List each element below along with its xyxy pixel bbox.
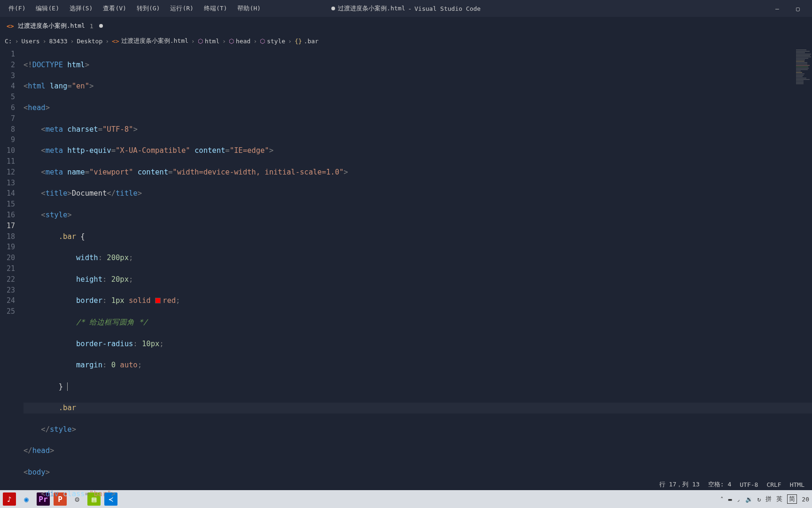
window-controls: — ▢ <box>772 5 808 12</box>
menu-selection[interactable]: 选择(S) <box>65 2 97 15</box>
maximize-button[interactable]: ▢ <box>792 5 804 12</box>
window-title: 过渡进度条小案例.html - Visual Studio Code <box>331 4 481 13</box>
menu-bar: 件(F) 编辑(E) 选择(S) 查看(V) 转到(G) 运行(R) 终端(T)… <box>0 0 812 17</box>
crumb-drive[interactable]: C: <box>5 38 12 45</box>
crumb-selector[interactable]: {} .bar <box>295 38 319 45</box>
html-file-icon: <> <box>112 38 119 45</box>
menu-terminal[interactable]: 终端(T) <box>199 2 232 15</box>
menu-edit[interactable]: 编辑(E) <box>31 2 63 15</box>
tab-number: 1 <box>90 23 94 30</box>
crumb-users[interactable]: Users <box>21 38 39 45</box>
menu-run[interactable]: 运行(R) <box>165 2 198 15</box>
crumb-desktop[interactable]: Desktop <box>77 38 102 45</box>
text-cursor-icon <box>67 382 68 391</box>
element-icon: ⬡ <box>229 38 234 45</box>
html-file-icon: <> <box>7 23 14 30</box>
title-filename: 过渡进度条小案例.html <box>338 4 405 13</box>
editor-area[interactable]: 1 2 3 4 5 6 7 8 9 10 11 12 13 14 15 16 1… <box>0 47 812 479</box>
line-number-gutter: 1 2 3 4 5 6 7 8 9 10 11 12 13 14 15 16 1… <box>0 47 23 479</box>
tab-bar: <> 过渡进度条小案例.html 1 <box>0 17 812 35</box>
crumb-user[interactable]: 83433 <box>49 38 67 45</box>
color-swatch-icon <box>155 298 161 303</box>
editor-tab[interactable]: <> 过渡进度条小案例.html 1 <box>0 17 109 34</box>
title-app: Visual Studio Code <box>414 5 481 12</box>
crumb-html[interactable]: ⬡ html <box>198 38 219 45</box>
menu-view[interactable]: 查看(V) <box>98 2 131 15</box>
crumb-head[interactable]: ⬡ head <box>229 38 250 45</box>
code-content[interactable]: <!DOCTYPE html> <html lang="en"> <head> … <box>23 47 812 479</box>
crumb-file[interactable]: <> 过渡进度条小案例.html <box>112 37 188 45</box>
menu-go[interactable]: 转到(G) <box>132 2 164 15</box>
element-icon: ⬡ <box>198 38 203 45</box>
minimize-button[interactable]: — <box>772 5 783 12</box>
breadcrumb[interactable]: C:› Users› 83433› Desktop› <> 过渡进度条小案例.h… <box>0 35 812 47</box>
css-rule-icon: {} <box>295 38 302 45</box>
tab-dirty-icon <box>99 24 103 28</box>
menu-help[interactable]: 帮助(H) <box>233 2 265 15</box>
menu-file[interactable]: 件(F) <box>4 2 30 15</box>
menu-items: 件(F) 编辑(E) 选择(S) 查看(V) 转到(G) 运行(R) 终端(T)… <box>4 2 265 15</box>
netease-music-icon[interactable]: ♪ <box>3 492 16 506</box>
crumb-style[interactable]: ⬡ style <box>260 38 285 45</box>
tab-label: 过渡进度条小案例.html <box>18 22 85 30</box>
minimap[interactable] <box>796 49 811 77</box>
dirty-indicator-icon <box>331 7 335 10</box>
element-icon: ⬡ <box>260 38 265 45</box>
